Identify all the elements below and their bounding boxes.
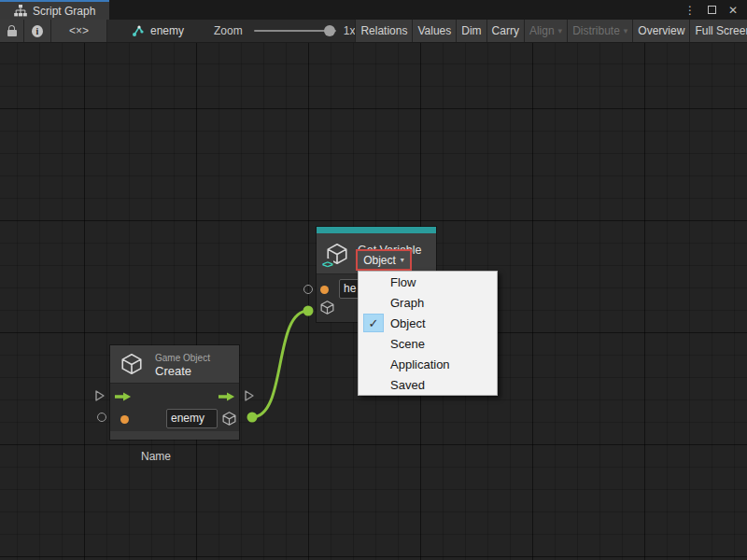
- values-button[interactable]: Values: [413, 20, 457, 42]
- zoom-label: Zoom: [214, 24, 243, 37]
- create-game-object-node[interactable]: Game Object Create Name enemy: [110, 345, 239, 440]
- menu-item-application[interactable]: Application: [359, 354, 497, 374]
- lock-button[interactable]: [0, 20, 24, 42]
- flow-out-arrow-icon: [218, 391, 235, 402]
- tab-script-graph[interactable]: Script Graph: [0, 0, 109, 20]
- gameobject-source-icon[interactable]: [319, 300, 335, 315]
- window-controls: ⋮ ✕: [684, 0, 747, 20]
- menu-item-graph[interactable]: Graph: [359, 292, 497, 313]
- name-input-port[interactable]: [120, 415, 129, 424]
- graph-hierarchy-icon: [14, 5, 27, 17]
- relations-button[interactable]: Relations: [356, 20, 413, 42]
- menu-item-object[interactable]: ✓ Object: [359, 313, 497, 333]
- wire-end-port[interactable]: [303, 306, 314, 316]
- overview-button[interactable]: Overview: [633, 20, 690, 42]
- menu-item-scene[interactable]: Scene: [359, 333, 497, 354]
- node-accent-strip: [317, 227, 436, 233]
- connection-wire[interactable]: [252, 311, 308, 417]
- chevron-down-icon: ▾: [558, 26, 563, 35]
- variable-scope-dropdown[interactable]: Object ▾: [356, 249, 412, 271]
- node-title: Create: [155, 364, 191, 378]
- align-button: Align▾: [525, 20, 568, 42]
- more-menu-icon[interactable]: ⋮: [684, 5, 696, 16]
- wire-start-port[interactable]: [247, 413, 258, 423]
- inspect-button[interactable]: i: [24, 20, 51, 42]
- breadcrumb-graph-name: enemy: [150, 24, 184, 37]
- chevron-down-icon: ▾: [624, 26, 628, 35]
- name-value-field[interactable]: enemy: [166, 409, 218, 428]
- create-flow-in-port[interactable]: [94, 389, 106, 402]
- create-flow-out-port[interactable]: [244, 389, 255, 402]
- breadcrumb[interactable]: enemy: [132, 20, 184, 42]
- graph-toolbar: i <×> enemy Zoom 1x Relations Values Dim…: [0, 20, 747, 43]
- node-footer: [110, 431, 239, 440]
- tab-title: Script Graph: [33, 5, 95, 18]
- gameobject-output-icon: [221, 411, 237, 427]
- check-icon: ✓: [363, 314, 384, 332]
- node-body: Name enemy: [110, 383, 239, 431]
- info-icon: i: [32, 25, 43, 37]
- distribute-button: Distribute▾: [568, 20, 633, 42]
- variable-cube-icon: <>: [325, 242, 349, 266]
- lock-icon: [7, 25, 17, 36]
- tab-bar: Script Graph ⋮ ✕: [0, 0, 747, 20]
- name-label: Name: [141, 450, 171, 463]
- code-brackets-icon: <×>: [69, 24, 89, 37]
- chevron-down-icon: ▾: [401, 256, 404, 264]
- zoom-value: 1x: [344, 24, 356, 37]
- carry-button[interactable]: Carry: [487, 20, 525, 42]
- node-header: Game Object Create: [110, 345, 239, 383]
- full-screen-button[interactable]: Full Screen: [690, 20, 747, 42]
- menu-item-flow[interactable]: Flow: [359, 272, 497, 292]
- dim-button[interactable]: Dim: [457, 20, 486, 42]
- get-variable-name-port[interactable]: [303, 285, 313, 294]
- code-angle-icon: <>: [321, 259, 333, 270]
- variable-kind-menu: Flow Graph ✓ Object Scene Application Sa…: [358, 271, 498, 396]
- toolbar-buttons: Relations Values Dim Carry Align▾ Distri…: [355, 20, 747, 42]
- zoom-slider[interactable]: [254, 30, 336, 32]
- zoom-slider-knob[interactable]: [324, 25, 335, 36]
- name-input-port[interactable]: [320, 286, 329, 294]
- graph-node-icon: [132, 24, 145, 37]
- node-category: Game Object: [155, 353, 210, 363]
- menu-item-saved[interactable]: Saved: [359, 374, 497, 395]
- flow-in-arrow-icon: [115, 391, 132, 402]
- create-name-port[interactable]: [97, 413, 106, 422]
- maximize-icon[interactable]: [708, 6, 716, 14]
- graph-canvas[interactable]: <> Get Variable Object ▾ he Game Object …: [0, 43, 747, 560]
- close-icon[interactable]: ✕: [728, 5, 738, 16]
- edit-code-button[interactable]: <×>: [51, 20, 107, 42]
- gameobject-cube-icon: [120, 352, 144, 376]
